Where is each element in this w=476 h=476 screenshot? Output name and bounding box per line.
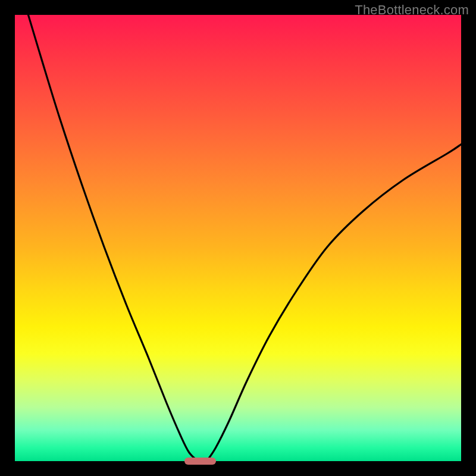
left-curve <box>29 15 198 461</box>
bottleneck-marker <box>184 458 216 465</box>
plot-area <box>15 15 461 461</box>
chart-frame: TheBottleneck.com <box>0 0 476 476</box>
curves-svg <box>15 15 461 461</box>
right-curve <box>207 145 462 462</box>
